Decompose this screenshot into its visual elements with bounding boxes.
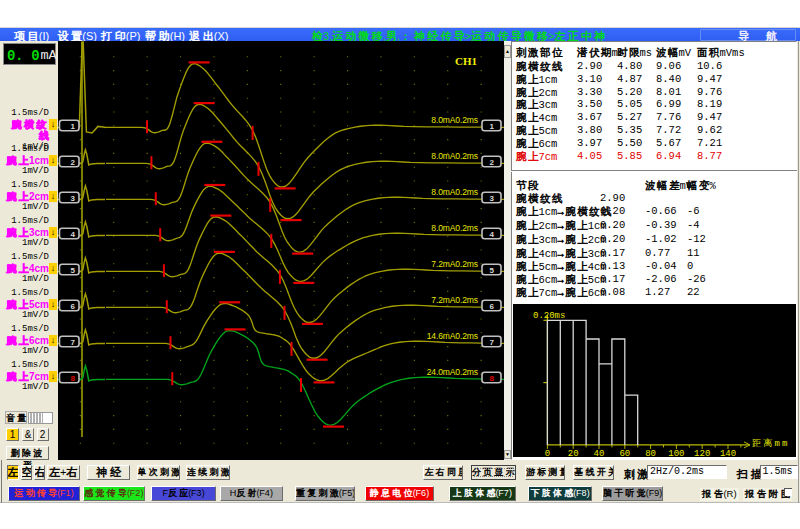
svg-text:100: 100 [668, 449, 684, 457]
svg-text:6: 6 [71, 302, 76, 311]
svg-text:140: 140 [720, 449, 736, 457]
svg-text:14.6mA0.2ms: 14.6mA0.2ms [427, 331, 478, 341]
svg-text:距离mm: 距离mm [752, 438, 790, 449]
svg-text:6: 6 [490, 302, 495, 311]
svg-text:8: 8 [71, 374, 76, 383]
svg-text:7: 7 [71, 338, 76, 347]
svg-text:24.0mA0.2ms: 24.0mA0.2ms [427, 367, 478, 377]
svg-text:40: 40 [594, 449, 605, 457]
svg-text:0: 0 [545, 449, 550, 457]
svg-text:60: 60 [619, 449, 630, 457]
svg-text:120: 120 [694, 449, 710, 457]
svg-text:7: 7 [490, 338, 495, 347]
svg-text:20: 20 [568, 449, 579, 457]
svg-text:0.20ms: 0.20ms [533, 311, 565, 321]
svg-text:80: 80 [645, 449, 656, 457]
svg-text:8: 8 [490, 374, 495, 383]
